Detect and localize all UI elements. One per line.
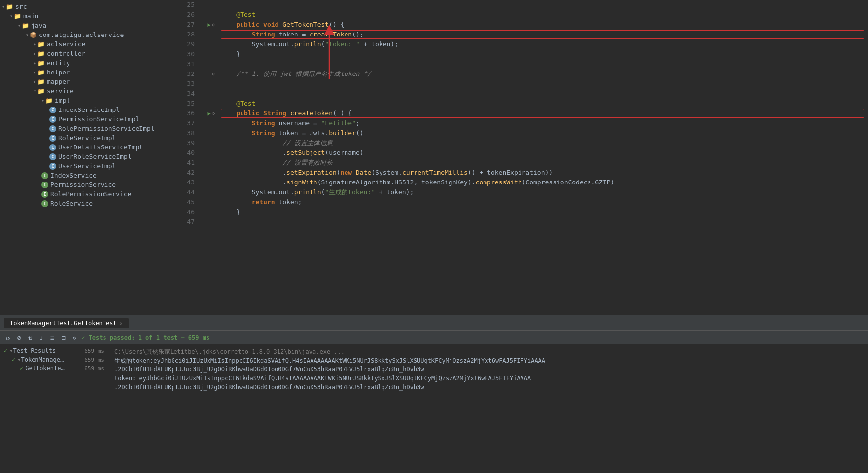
bottom-panel: TokenManagertTest.GetTokenTest × ↺ ⊘ ⇅ ↓… [0,315,868,473]
sidebar-item-UserRoleServiceImpl[interactable]: CUserRoleServiceImpl [0,152,177,161]
sidebar-item-entity[interactable]: ▸ 📁 entity [0,58,177,68]
code-text [221,217,225,227]
sidebar-item-label: src [15,3,27,10]
chevron-right-icon: ▸ [34,60,36,66]
code-line-37: String username = "Letitbe"; [221,118,864,128]
console-line1b: .2DCbI0fH1EdXLUKpIJJuc3Bj_U2gOOiRKhwaUaD… [114,365,862,374]
code-line-29: System.out.println("token: " + token); [221,39,864,49]
code-text: .setExpiration(new Date(System.currentTi… [221,168,553,178]
class-c-icon: C [49,163,56,170]
test-label: GetTokenTe… [25,365,64,372]
line-number-41: 41 [181,158,195,168]
chevron-right-icon: ▸ [34,51,36,56]
sidebar-item-label: java [31,22,46,29]
folder-icon: 📁 [37,41,45,48]
console-command: C:\Users\其然乐家Letitbe\.jdks\corretto-1.8.… [114,347,862,356]
test-item-TokenManage…[interactable]: ✓ ▾ TokenManage…659 ms [2,355,106,364]
sidebar-item-PermissionService[interactable]: IPermissionService [0,180,177,189]
code-text: return token; [221,197,302,207]
sidebar-item-java[interactable]: ▾ 📁 java [0,21,177,30]
expand-button[interactable]: ≡ [48,333,56,343]
line-numbers: 2526272829303132333435363738394041424344… [177,0,201,227]
sidebar-tree: ▾ 📁 src▾ 📁 main▾ 📁 java▾ 📦 com.atguigu.a… [0,2,177,208]
folder-icon: 📁 [6,3,13,10]
code-line-45: return token; [221,197,864,207]
sidebar-item-RolePermissionService[interactable]: IRolePermissionService [0,189,177,199]
tab-token-test[interactable]: TokenManagertTest.GetTokenTest × [4,318,129,328]
sidebar-item-label: mapper [47,78,70,85]
code-line-44: System.out.println("生成的token:" + token); [221,187,864,197]
chevron-down-icon: ▾ [34,88,36,94]
class-i-icon: I [41,172,48,179]
main-area: ▾ 📁 src▾ 📁 main▾ 📁 java▾ 📦 com.atguigu.a… [0,0,868,315]
code-line-43: .signWith(SignatureAlgorithm.HS512, toke… [221,178,864,187]
console-line2: token: eyJhbGci0iJIUzUxMiIsInppcCI6IkdaS… [114,374,862,383]
sidebar-item-UserServiceImpl[interactable]: CUserServiceImpl [0,161,177,171]
sidebar-item-src[interactable]: ▾ 📁 src [0,2,177,11]
code-text: // 设置有效时长 [221,158,333,168]
sidebar-item-RoleServiceImpl[interactable]: CRoleServiceImpl [0,133,177,143]
folder-icon: 📁 [37,88,45,95]
more-button[interactable]: » [70,333,78,343]
test-badge: 659 ms [84,348,104,354]
line-number-38: 38 [181,128,195,138]
chevron-down-icon: ▾ [41,98,44,103]
sidebar-item-IndexServiceImpl[interactable]: CIndexServiceImpl [0,105,177,114]
code-text [221,79,225,89]
sidebar-item-aclservice[interactable]: ▸ 📁 aclservice [0,39,177,49]
test-badge: 659 ms [84,365,104,372]
sort2-button[interactable]: ↓ [37,333,45,343]
collapse-button[interactable]: ⊟ [59,333,67,343]
code-line-41: // 设置有效时长 [221,158,864,168]
sidebar-item-com.atguigu.aclservice[interactable]: ▾ 📦 com.atguigu.aclservice [0,30,177,39]
sidebar-item-PermissionServiceImpl[interactable]: CPermissionServiceImpl [0,114,177,124]
sidebar-item-impl[interactable]: ▾ 📁 impl [0,96,177,105]
test-label: Test Results [13,347,56,354]
sidebar-item-controller[interactable]: ▸ 📁 controller [0,49,177,58]
code-text [221,59,225,69]
editor-area[interactable]: 2526272829303132333435363738394041424344… [177,0,868,315]
sidebar-item-label: UserRoleServiceImpl [58,153,132,160]
tab-label: TokenManagertTest.GetTokenTest [10,320,117,327]
bookmark-icon: ◇ [212,109,215,118]
code-line-38: String token = Jwts.builder() [221,128,864,138]
sidebar-item-label: RolePermissionServiceImpl [58,125,155,132]
test-item-Test-Results[interactable]: ✓ ▾ Test Results659 ms [2,346,106,355]
sidebar-item-mapper[interactable]: ▸ 📁 mapper [0,77,177,86]
class-c-icon: C [49,125,56,132]
folder-icon: 📁 [14,13,21,20]
line-number-26: 26 [181,10,195,20]
sidebar-item-IndexService[interactable]: IIndexService [0,171,177,180]
check-icon: ✓ [12,356,15,363]
sidebar-item-label: aclservice [47,40,85,48]
code-text: String token = createToken(); [221,30,364,39]
sidebar-item-service[interactable]: ▾ 📁 service [0,86,177,96]
rerun-button[interactable]: ↺ [4,333,12,343]
test-item-GetTokenTe…[interactable]: ✓ GetTokenTe…659 ms [2,364,106,373]
line-number-32: 32 [181,69,195,79]
code-line-32: ◇ /** 1. 使用 jwt 根据用户名生成token */ [221,69,864,79]
line-number-45: 45 [181,197,195,207]
sidebar-item-UserDetailsServiceImpl[interactable]: CUserDetailsServiceImpl [0,143,177,152]
sort-button[interactable]: ⇅ [26,333,34,343]
code-text: String token = Jwts.builder() [221,128,364,138]
line-number-43: 43 [181,178,195,187]
code-text: .setSubject(username) [221,148,364,158]
code-line-27: ▶◇ public void GetTokenTest() { [221,20,864,30]
code-text [221,89,225,99]
sidebar-item-label: com.atguigu.aclservice [39,31,124,38]
line-number-29: 29 [181,39,195,49]
sidebar-item-helper[interactable]: ▸ 📁 helper [0,68,177,77]
stop-button[interactable]: ⊘ [15,333,23,343]
tab-close-icon[interactable]: × [120,321,123,326]
code-text: // 设置主体信息 [221,138,333,148]
code-line-42: .setExpiration(new Date(System.currentTi… [221,168,864,178]
sidebar-item-main[interactable]: ▾ 📁 main [0,11,177,21]
line-number-31: 31 [181,59,195,69]
sidebar-item-RoleService[interactable]: IRoleService [0,199,177,208]
console-output: C:\Users\其然乐家Letitbe\.jdks\corretto-1.8.… [108,344,868,473]
bookmark-icon: ◇ [212,69,215,79]
sidebar-item-label: RoleService [50,200,93,207]
sidebar-item-RolePermissionServiceImpl[interactable]: CRolePermissionServiceImpl [0,124,177,133]
sidebar-item-label: IndexServiceImpl [58,106,120,113]
